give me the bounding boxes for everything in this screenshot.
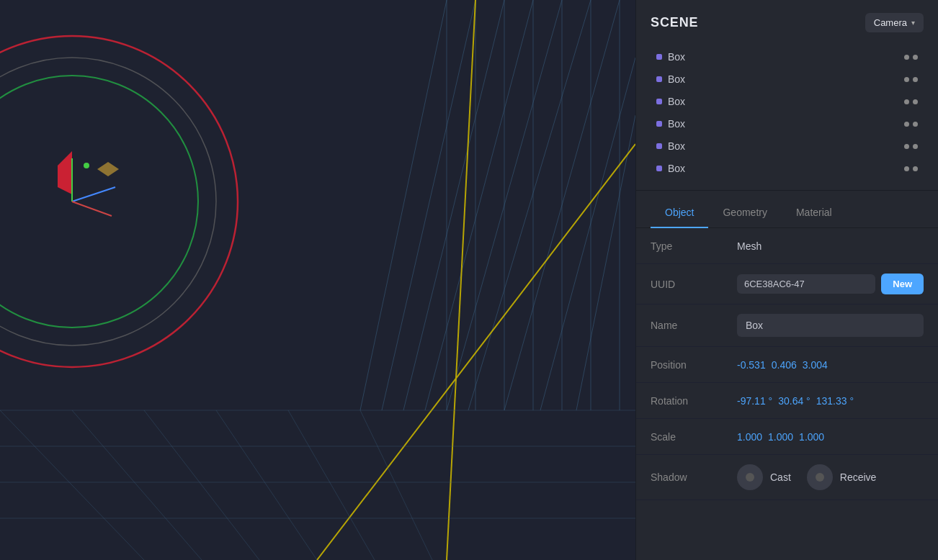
tab-geometry[interactable]: Geometry xyxy=(708,198,781,228)
toggle-inner-receive xyxy=(816,473,824,482)
item-label: Box xyxy=(668,96,898,107)
position-x[interactable]: -0.531 xyxy=(737,359,766,371)
item-icons xyxy=(904,55,918,60)
list-item[interactable]: Box xyxy=(642,68,932,90)
position-label: Position xyxy=(651,359,737,371)
scale-y[interactable]: 1.000 xyxy=(768,431,793,443)
rotation-values: -97.11 ° 30.64 ° 131.33 ° xyxy=(737,395,924,407)
viewport xyxy=(0,0,635,560)
visibility-icon xyxy=(904,122,909,127)
rotation-z[interactable]: 131.33 ° xyxy=(816,395,854,407)
visibility-icon xyxy=(904,77,909,82)
property-tabs: Object Geometry Material xyxy=(636,198,938,228)
chevron-down-icon: ▾ xyxy=(911,19,915,27)
item-label: Box xyxy=(668,118,898,130)
shadow-receive-toggle[interactable] xyxy=(807,464,833,490)
type-row: Type Mesh xyxy=(636,228,938,264)
name-row: Name xyxy=(636,304,938,347)
item-icons xyxy=(904,166,918,171)
name-input[interactable] xyxy=(737,314,924,337)
svg-point-36 xyxy=(84,163,89,168)
visibility-icon xyxy=(904,166,909,171)
visibility-icon xyxy=(904,144,909,149)
item-color-dot xyxy=(656,76,662,82)
visibility-icon xyxy=(904,99,909,104)
uuid-row: UUID New xyxy=(636,264,938,304)
lock-icon xyxy=(913,77,918,82)
scale-values: 1.000 1.000 1.000 xyxy=(737,431,924,443)
position-y[interactable]: 0.406 xyxy=(772,359,797,371)
lock-icon xyxy=(913,122,918,127)
shadow-label: Shadow xyxy=(651,471,737,483)
rotation-x[interactable]: -97.11 ° xyxy=(737,395,772,407)
lock-icon xyxy=(913,55,918,60)
list-item[interactable]: Box xyxy=(642,91,932,112)
camera-label: Camera xyxy=(874,17,907,28)
scene-title: SCENE xyxy=(651,15,699,30)
scene-items-list: Box Box Box Box xyxy=(636,42,938,183)
svg-rect-0 xyxy=(0,0,635,560)
item-label: Box xyxy=(668,51,898,63)
lock-icon xyxy=(913,99,918,104)
name-label: Name xyxy=(651,320,737,331)
divider xyxy=(636,190,938,191)
uuid-label: UUID xyxy=(651,279,737,290)
scale-z[interactable]: 1.000 xyxy=(799,431,824,443)
list-item[interactable]: Box xyxy=(642,113,932,135)
position-row: Position -0.531 0.406 3.004 xyxy=(636,347,938,383)
list-item[interactable]: Box xyxy=(642,158,932,179)
list-item[interactable]: Box xyxy=(642,46,932,68)
shadow-cast-toggle[interactable] xyxy=(737,464,763,490)
toggle-inner-cast xyxy=(746,473,754,482)
item-icons xyxy=(904,144,918,149)
list-item[interactable]: Box xyxy=(642,135,932,157)
uuid-input[interactable] xyxy=(737,274,875,294)
visibility-icon xyxy=(904,55,909,60)
rotation-label: Rotation xyxy=(651,395,737,407)
scale-row: Scale 1.000 1.000 1.000 xyxy=(636,419,938,455)
rotation-y[interactable]: 30.64 ° xyxy=(778,395,810,407)
scale-label: Scale xyxy=(651,431,737,443)
item-label: Box xyxy=(668,163,898,174)
item-color-dot xyxy=(656,54,662,60)
tab-material[interactable]: Material xyxy=(782,198,847,228)
item-color-dot xyxy=(656,143,662,149)
item-icons xyxy=(904,77,918,82)
new-uuid-button[interactable]: New xyxy=(881,274,924,294)
type-value: Mesh xyxy=(737,240,924,252)
type-label: Type xyxy=(651,240,737,252)
item-icons xyxy=(904,99,918,104)
right-panel: SCENE Camera ▾ Box Box Bo xyxy=(635,0,938,560)
scene-header: SCENE Camera ▾ xyxy=(636,0,938,42)
properties-panel: Type Mesh UUID New Name Position -0.531 … xyxy=(636,228,938,500)
camera-dropdown[interactable]: Camera ▾ xyxy=(865,13,924,32)
shadow-row: Shadow Cast Receive xyxy=(636,455,938,500)
item-color-dot xyxy=(656,121,662,127)
item-label: Box xyxy=(668,73,898,85)
lock-icon xyxy=(913,166,918,171)
receive-label: Receive xyxy=(840,471,877,483)
tab-object[interactable]: Object xyxy=(651,198,708,228)
item-icons xyxy=(904,122,918,127)
scale-x[interactable]: 1.000 xyxy=(737,431,762,443)
shadow-controls: Cast Receive xyxy=(737,464,924,490)
position-z[interactable]: 3.004 xyxy=(803,359,828,371)
item-color-dot xyxy=(656,99,662,104)
rotation-row: Rotation -97.11 ° 30.64 ° 131.33 ° xyxy=(636,383,938,419)
item-label: Box xyxy=(668,140,898,152)
item-color-dot xyxy=(656,166,662,171)
position-values: -0.531 0.406 3.004 xyxy=(737,359,924,371)
cast-label: Cast xyxy=(770,471,791,483)
lock-icon xyxy=(913,144,918,149)
